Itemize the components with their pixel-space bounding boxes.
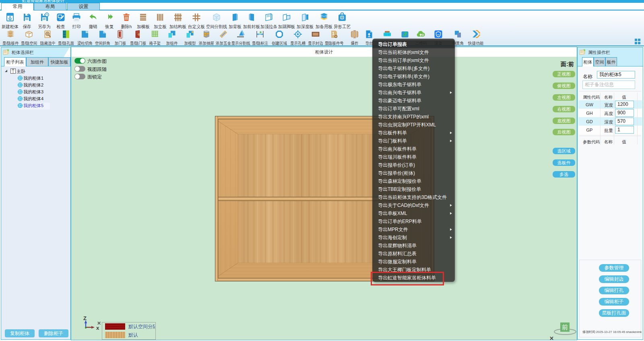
- svg-text:前: 前: [562, 324, 568, 331]
- svg-text:1: 1: [332, 31, 334, 36]
- svg-text:Z: Z: [83, 315, 87, 321]
